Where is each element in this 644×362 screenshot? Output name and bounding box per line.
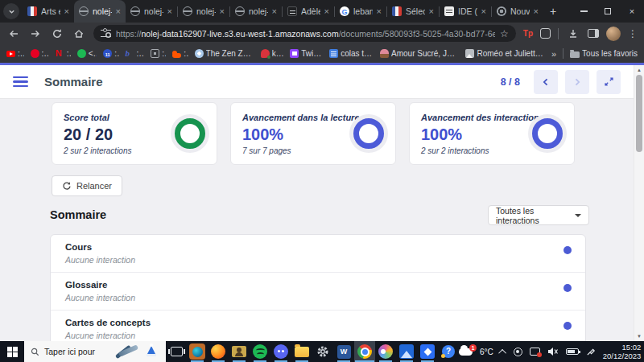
downloads-button[interactable] — [566, 27, 580, 41]
dropdown-label: Toutes les interactions — [496, 206, 575, 225]
taskbar-app-firefox[interactable] — [208, 341, 229, 362]
list-item[interactable]: Cartes de concepts Aucune interaction — [51, 311, 585, 341]
browser-tab[interactable]: Arts e × — [23, 0, 74, 23]
bookmark-label: Amour Sucré, Jeu d'... — [391, 49, 459, 58]
bookmark-item[interactable]: The Zen Zone — [195, 49, 254, 58]
start-button[interactable] — [0, 341, 24, 362]
browser-tab[interactable]: Sélect × — [387, 0, 439, 23]
bookmark-item[interactable]: Roméo et Juliette -... — [465, 49, 544, 58]
bookmark-item[interactable]: :D — [31, 49, 49, 58]
tp-extension-icon[interactable]: Tp — [523, 29, 533, 38]
battery-button[interactable] — [566, 348, 579, 355]
new-tab-button[interactable]: + — [543, 5, 563, 18]
taskbar-app-discord[interactable] — [270, 341, 291, 362]
bookmark-label: <3 — [89, 49, 97, 58]
tab-close-icon[interactable]: × — [324, 7, 329, 16]
page-header: Sommaire 8 / 8 — [0, 65, 634, 99]
side-panel-icon[interactable] — [588, 29, 599, 38]
bookmark-item[interactable]: Amour Sucré, Jeu d'... — [380, 49, 459, 58]
forward-button[interactable] — [28, 27, 43, 41]
taskbar-app-explorer[interactable] — [291, 341, 312, 362]
next-page-button[interactable] — [565, 70, 589, 94]
browser-tab[interactable]: IDE (i × — [440, 0, 491, 23]
site-settings-icon[interactable] — [101, 30, 111, 37]
taskbar-clock[interactable]: 15:02 20/12/2023 — [603, 343, 642, 360]
tab-search-button[interactable] — [3, 3, 19, 19]
fullscreen-button[interactable] — [597, 70, 621, 94]
tab-close-icon[interactable]: × — [167, 7, 172, 16]
chevron-right-icon — [572, 77, 582, 87]
extensions-icon[interactable] — [540, 28, 551, 39]
tab-close-icon[interactable]: × — [116, 7, 121, 16]
record-tray-button[interactable] — [514, 348, 522, 356]
browser-tab-active[interactable]: nolej- × — [74, 0, 126, 23]
bookmark-item[interactable]: 11:) — [103, 49, 118, 58]
tab-close-icon[interactable]: × — [481, 7, 486, 16]
tab-title: Sélect — [406, 6, 425, 16]
tab-close-icon[interactable]: × — [377, 7, 382, 16]
taskbar-app-people[interactable] — [229, 341, 250, 362]
back-button[interactable] — [6, 27, 21, 41]
taskbar-app-orange[interactable] — [187, 341, 208, 362]
url-bar[interactable]: https://nolej-data162907-live.s3.eu-west… — [93, 25, 516, 42]
previous-page-button[interactable] — [534, 70, 558, 94]
toolbar-separator — [558, 28, 559, 39]
maximize-button[interactable] — [596, 0, 620, 23]
tab-close-icon[interactable]: × — [64, 7, 69, 16]
tab-close-icon[interactable]: × — [220, 7, 225, 16]
window-controls: × — [572, 0, 644, 23]
all-favorites-button[interactable]: Tous les favoris — [570, 49, 638, 58]
restart-button[interactable]: Relancer — [52, 175, 122, 196]
taskbar-app-help[interactable]: ? — [438, 341, 459, 362]
browser-menu-icon[interactable]: ⋮ — [628, 28, 638, 39]
bookmark-item[interactable]: :0 — [6, 49, 24, 58]
profile-avatar[interactable] — [606, 27, 621, 41]
tab-close-icon[interactable]: × — [429, 7, 434, 16]
browser-tab[interactable]: Adèle × — [283, 0, 334, 23]
taskbar-app-chrome[interactable] — [354, 341, 375, 362]
bookmark-item[interactable]: :] — [151, 49, 166, 58]
browser-tab[interactable]: nolej- × — [178, 0, 229, 23]
page-scrollbar[interactable]: ▲ ▼ — [634, 65, 644, 341]
taskbar-app-blue[interactable] — [417, 341, 438, 362]
browser-tab[interactable]: G leban × — [335, 0, 386, 23]
volume-muted-button[interactable] — [547, 347, 559, 356]
bookmark-item[interactable]: b:O — [126, 49, 145, 58]
scroll-down-icon[interactable]: ▼ — [634, 334, 644, 339]
tab-close-icon[interactable]: × — [272, 7, 277, 16]
chevron-left-icon — [541, 77, 551, 87]
home-button[interactable] — [72, 27, 86, 41]
usb-tray-button[interactable] — [586, 347, 596, 356]
bookmark-star-icon[interactable]: ☆ — [500, 28, 509, 39]
bookmark-item[interactable]: Twitch — [290, 49, 323, 58]
screen-capture-tray-button[interactable] — [530, 348, 540, 356]
scroll-up-icon[interactable]: ▲ — [634, 68, 644, 72]
task-view-button[interactable] — [166, 341, 187, 362]
scrollbar-thumb[interactable] — [636, 75, 642, 152]
list-item[interactable]: Cours Aucune interaction — [51, 235, 585, 273]
bookmark-item[interactable]: N:/ — [56, 49, 71, 58]
taskbar-app-spotify[interactable] — [250, 341, 270, 362]
taskbar-app-paint[interactable] — [375, 341, 396, 362]
tab-close-icon[interactable]: × — [534, 7, 539, 16]
reload-button[interactable] — [50, 27, 64, 41]
bookmarks-overflow-chevron[interactable]: » — [551, 49, 556, 59]
bookmark-item[interactable]: <3 — [77, 49, 97, 58]
weather-button[interactable]: 1 — [459, 348, 473, 356]
taskbar-app-settings[interactable] — [312, 341, 333, 362]
bookmark-item[interactable]: :( — [172, 49, 188, 58]
browser-tab[interactable]: nolej- × — [230, 0, 282, 23]
taskbar-app-photos[interactable] — [396, 341, 417, 362]
taskbar-search-box[interactable]: Taper ici pour — [24, 341, 166, 362]
bookmark-item[interactable]: colas tuto — [329, 49, 374, 58]
tray-expand-button[interactable] — [501, 349, 506, 355]
list-item[interactable]: Glossaire Aucune interaction — [51, 273, 585, 311]
taskbar-app-word[interactable]: W — [333, 341, 354, 362]
minimize-button[interactable] — [572, 0, 596, 23]
interactions-filter-dropdown[interactable]: Toutes les interactions — [488, 205, 589, 225]
browser-tab[interactable]: Nouv × — [492, 0, 543, 23]
browser-tab[interactable]: nolej- × — [126, 0, 177, 23]
bookmark-item[interactable]: kith — [261, 49, 284, 58]
menu-icon[interactable] — [13, 76, 28, 88]
close-window-button[interactable]: × — [620, 0, 644, 23]
